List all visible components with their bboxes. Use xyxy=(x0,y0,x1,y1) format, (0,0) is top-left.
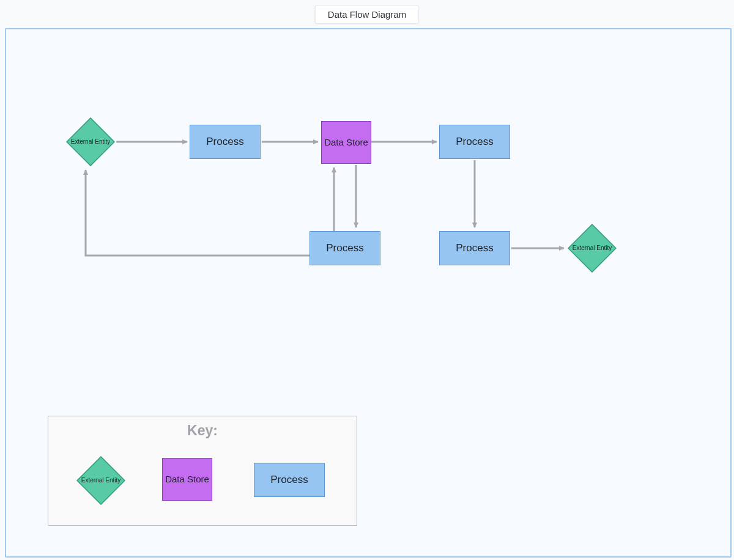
entity-node[interactable]: External Entity xyxy=(568,224,617,273)
process-node[interactable]: Process xyxy=(190,125,261,159)
entity-node[interactable]: External Entity xyxy=(66,117,115,166)
datastore-label: Data Store xyxy=(324,137,368,148)
legend-process-label: Process xyxy=(270,474,308,486)
entity-label: External Entity xyxy=(66,117,115,166)
process-label: Process xyxy=(206,136,243,148)
legend-panel: Key: External Entity Data Store Process xyxy=(48,416,357,526)
page-title: Data Flow Diagram xyxy=(315,5,419,24)
legend-datastore-label: Data Store xyxy=(165,474,209,485)
process-label: Process xyxy=(326,242,363,254)
process-node[interactable]: Process xyxy=(310,231,380,265)
legend-entity-label: External Entity xyxy=(76,456,125,505)
entity-label: External Entity xyxy=(568,224,617,273)
diagram-canvas: External Entity Process Data Store Proce… xyxy=(5,28,732,558)
datastore-node[interactable]: Data Store xyxy=(321,121,371,164)
legend-title: Key: xyxy=(48,422,357,439)
process-node[interactable]: Process xyxy=(439,231,510,265)
legend-entity-icon: External Entity xyxy=(76,456,125,505)
legend-datastore-icon: Data Store xyxy=(162,458,212,501)
process-node[interactable]: Process xyxy=(439,125,510,159)
legend-process-icon: Process xyxy=(254,463,325,497)
process-label: Process xyxy=(456,136,493,148)
process-label: Process xyxy=(456,242,493,254)
